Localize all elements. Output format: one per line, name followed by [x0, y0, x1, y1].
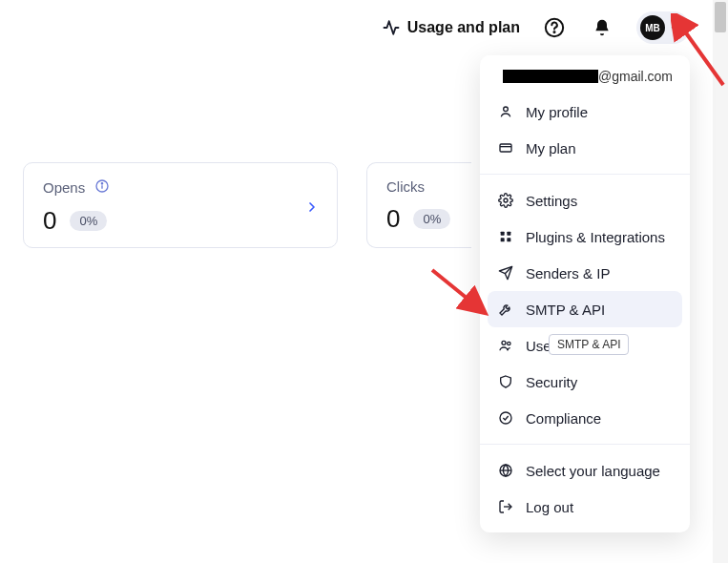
opens-card[interactable]: Opens 0 0% — [23, 162, 338, 248]
info-icon — [94, 178, 110, 197]
menu-language[interactable]: Select your language — [480, 452, 690, 489]
svg-rect-10 — [507, 232, 510, 236]
svg-rect-11 — [501, 238, 505, 241]
usage-and-plan-label: Usage and plan — [407, 19, 520, 36]
clicks-pct: 0% — [413, 209, 450, 229]
svg-point-8 — [504, 198, 508, 202]
svg-point-15 — [500, 412, 511, 424]
svg-point-5 — [504, 107, 509, 112]
menu-smtp-api[interactable]: SMTP & API — [488, 291, 682, 327]
svg-line-20 — [682, 28, 723, 85]
svg-point-4 — [102, 183, 103, 184]
tooltip-text: SMTP & API — [557, 338, 620, 351]
help-button[interactable] — [541, 14, 568, 41]
menu-compliance[interactable]: Compliance — [480, 400, 690, 436]
usage-and-plan-link[interactable]: Usage and plan — [383, 19, 520, 36]
account-email: @gmail.com — [480, 69, 690, 94]
svg-rect-9 — [501, 232, 505, 236]
menu-my-plan[interactable]: My plan — [480, 130, 690, 166]
wrench-icon — [497, 301, 514, 318]
menu-label: Security — [526, 374, 577, 390]
opens-title: Opens — [43, 179, 85, 196]
send-icon — [497, 264, 514, 282]
stats-cards: Opens 0 0% Clicks 0 0% — [23, 162, 471, 248]
clicks-title: Clicks — [386, 178, 425, 195]
account-dropdown: @gmail.com My profile My plan Settings P… — [480, 55, 690, 532]
card-icon — [497, 139, 514, 156]
menu-label: Select your language — [526, 463, 660, 479]
annotation-arrow-icon — [427, 265, 494, 323]
clicks-value: 0 — [386, 204, 400, 234]
avatar-initials: MB — [645, 23, 660, 33]
chevron-right-icon — [304, 199, 320, 219]
clicks-card[interactable]: Clicks 0 0% — [366, 162, 471, 248]
menu-label: Plugins & Integrations — [526, 229, 665, 245]
menu-label: Settings — [526, 193, 577, 209]
avatar: MB — [640, 15, 665, 40]
menu-label: My plan — [526, 140, 576, 156]
menu-settings[interactable]: Settings — [480, 182, 690, 219]
notifications-button[interactable] — [589, 14, 615, 41]
globe-icon — [497, 462, 514, 479]
menu-logout[interactable]: Log out — [480, 489, 690, 525]
topbar: Usage and plan MB — [383, 11, 690, 44]
annotation-arrow-icon — [671, 13, 728, 90]
menu-label: My profile — [526, 104, 588, 120]
menu-security[interactable]: Security — [480, 364, 690, 400]
svg-rect-6 — [500, 144, 511, 152]
redacted-email-prefix — [503, 70, 598, 83]
check-circle-icon — [497, 409, 514, 427]
svg-point-13 — [502, 341, 506, 344]
menu-separator — [480, 174, 690, 175]
users-icon — [497, 337, 514, 354]
activity-icon — [383, 19, 400, 36]
menu-separator — [480, 444, 690, 445]
logout-icon — [497, 498, 514, 515]
menu-label: SMTP & API — [526, 302, 605, 318]
email-suffix: @gmail.com — [598, 69, 673, 84]
tooltip: SMTP & API — [549, 334, 629, 355]
gear-icon — [497, 192, 514, 209]
svg-line-22 — [432, 270, 483, 311]
opens-pct: 0% — [70, 211, 107, 231]
menu-senders[interactable]: Senders & IP — [480, 255, 690, 291]
svg-rect-12 — [507, 238, 510, 241]
menu-plugins[interactable]: Plugins & Integrations — [480, 219, 690, 255]
menu-label: Log out — [526, 499, 573, 515]
opens-value: 0 — [43, 206, 56, 236]
menu-label: Compliance — [526, 410, 601, 427]
grid-icon — [497, 228, 514, 245]
shield-icon — [497, 373, 514, 390]
menu-label: Senders & IP — [526, 265, 610, 282]
person-icon — [497, 103, 514, 120]
svg-point-14 — [508, 342, 510, 344]
svg-point-1 — [553, 31, 554, 32]
menu-my-profile[interactable]: My profile — [480, 94, 690, 130]
